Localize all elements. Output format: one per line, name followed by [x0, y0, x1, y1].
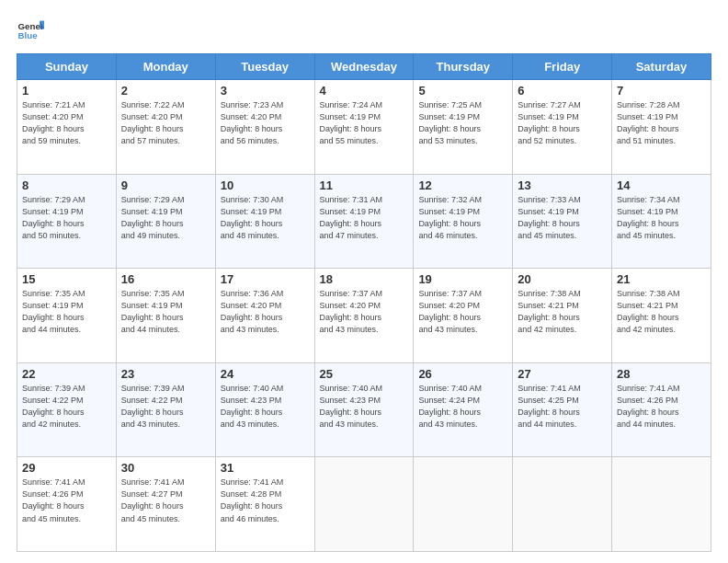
day-number: 18	[320, 272, 409, 286]
calendar-cell: 6Sunrise: 7:27 AM Sunset: 4:19 PM Daylig…	[513, 80, 612, 175]
day-info: Sunrise: 7:39 AM Sunset: 4:22 PM Dayligh…	[22, 383, 111, 431]
calendar-cell: 29Sunrise: 7:41 AM Sunset: 4:26 PM Dayli…	[17, 457, 117, 552]
day-number: 24	[221, 367, 310, 381]
day-number: 22	[22, 367, 111, 381]
day-number: 15	[22, 272, 111, 286]
day-info: Sunrise: 7:34 AM Sunset: 4:19 PM Dayligh…	[617, 194, 706, 242]
day-info: Sunrise: 7:28 AM Sunset: 4:19 PM Dayligh…	[617, 99, 706, 147]
day-info: Sunrise: 7:41 AM Sunset: 4:28 PM Dayligh…	[221, 477, 310, 524]
day-number: 9	[121, 178, 210, 192]
calendar-cell: 9Sunrise: 7:29 AM Sunset: 4:19 PM Daylig…	[116, 174, 215, 269]
calendar-cell: 30Sunrise: 7:41 AM Sunset: 4:27 PM Dayli…	[116, 457, 215, 552]
weekday-header-monday: Monday	[116, 54, 215, 80]
svg-text:Blue: Blue	[18, 30, 39, 40]
calendar-cell	[513, 457, 612, 552]
day-number: 17	[221, 272, 310, 286]
day-info: Sunrise: 7:41 AM Sunset: 4:25 PM Dayligh…	[518, 383, 607, 431]
day-info: Sunrise: 7:41 AM Sunset: 4:26 PM Dayligh…	[22, 477, 111, 524]
day-info: Sunrise: 7:25 AM Sunset: 4:19 PM Dayligh…	[418, 99, 507, 147]
day-info: Sunrise: 7:37 AM Sunset: 4:20 PM Dayligh…	[418, 288, 507, 336]
day-number: 5	[418, 84, 507, 98]
day-number: 3	[221, 84, 310, 98]
calendar-cell: 18Sunrise: 7:37 AM Sunset: 4:20 PM Dayli…	[314, 269, 414, 363]
calendar-cell: 12Sunrise: 7:32 AM Sunset: 4:19 PM Dayli…	[414, 174, 513, 269]
calendar-cell: 28Sunrise: 7:41 AM Sunset: 4:26 PM Dayli…	[612, 362, 711, 457]
day-number: 13	[518, 178, 607, 192]
day-info: Sunrise: 7:35 AM Sunset: 4:19 PM Dayligh…	[121, 288, 210, 336]
day-number: 19	[418, 272, 507, 286]
day-info: Sunrise: 7:39 AM Sunset: 4:22 PM Dayligh…	[121, 383, 210, 431]
calendar-cell: 21Sunrise: 7:38 AM Sunset: 4:21 PM Dayli…	[612, 269, 711, 363]
day-number: 2	[121, 84, 210, 98]
weekday-header-wednesday: Wednesday	[314, 54, 414, 80]
weekday-header-tuesday: Tuesday	[215, 54, 314, 80]
day-number: 8	[22, 178, 111, 192]
day-number: 4	[320, 84, 409, 98]
day-number: 11	[320, 178, 409, 192]
calendar-cell: 3Sunrise: 7:23 AM Sunset: 4:20 PM Daylig…	[215, 80, 314, 175]
day-info: Sunrise: 7:40 AM Sunset: 4:24 PM Dayligh…	[418, 383, 507, 431]
day-info: Sunrise: 7:38 AM Sunset: 4:21 PM Dayligh…	[617, 288, 706, 336]
weekday-header-friday: Friday	[513, 54, 612, 80]
day-info: Sunrise: 7:40 AM Sunset: 4:23 PM Dayligh…	[320, 383, 409, 431]
day-number: 27	[518, 367, 607, 381]
day-number: 1	[22, 84, 111, 98]
day-info: Sunrise: 7:32 AM Sunset: 4:19 PM Dayligh…	[418, 194, 507, 242]
day-number: 21	[617, 272, 706, 286]
day-info: Sunrise: 7:29 AM Sunset: 4:19 PM Dayligh…	[121, 194, 210, 242]
calendar-cell: 1Sunrise: 7:21 AM Sunset: 4:20 PM Daylig…	[17, 80, 117, 175]
calendar-cell	[612, 457, 711, 552]
calendar-cell: 20Sunrise: 7:38 AM Sunset: 4:21 PM Dayli…	[513, 269, 612, 363]
day-info: Sunrise: 7:36 AM Sunset: 4:20 PM Dayligh…	[221, 288, 310, 336]
day-info: Sunrise: 7:37 AM Sunset: 4:20 PM Dayligh…	[320, 288, 409, 336]
calendar-cell: 4Sunrise: 7:24 AM Sunset: 4:19 PM Daylig…	[314, 80, 414, 175]
day-info: Sunrise: 7:27 AM Sunset: 4:19 PM Dayligh…	[518, 99, 607, 147]
calendar-cell: 27Sunrise: 7:41 AM Sunset: 4:25 PM Dayli…	[513, 362, 612, 457]
calendar-cell: 7Sunrise: 7:28 AM Sunset: 4:19 PM Daylig…	[612, 80, 711, 175]
day-info: Sunrise: 7:38 AM Sunset: 4:21 PM Dayligh…	[518, 288, 607, 336]
day-info: Sunrise: 7:22 AM Sunset: 4:20 PM Dayligh…	[121, 99, 210, 147]
day-number: 31	[221, 461, 310, 475]
calendar-cell: 10Sunrise: 7:30 AM Sunset: 4:19 PM Dayli…	[215, 174, 314, 269]
day-number: 16	[121, 272, 210, 286]
weekday-header-sunday: Sunday	[17, 54, 117, 80]
day-number: 25	[320, 367, 409, 381]
day-number: 6	[518, 84, 607, 98]
day-number: 30	[121, 461, 210, 475]
calendar-cell: 25Sunrise: 7:40 AM Sunset: 4:23 PM Dayli…	[314, 362, 414, 457]
calendar-cell: 11Sunrise: 7:31 AM Sunset: 4:19 PM Dayli…	[314, 174, 414, 269]
day-number: 26	[418, 367, 507, 381]
day-number: 14	[617, 178, 706, 192]
calendar-cell: 19Sunrise: 7:37 AM Sunset: 4:20 PM Dayli…	[414, 269, 513, 363]
logo-icon: General Blue	[17, 17, 44, 44]
calendar-cell: 26Sunrise: 7:40 AM Sunset: 4:24 PM Dayli…	[414, 362, 513, 457]
calendar-cell: 24Sunrise: 7:40 AM Sunset: 4:23 PM Dayli…	[215, 362, 314, 457]
day-info: Sunrise: 7:21 AM Sunset: 4:20 PM Dayligh…	[22, 99, 111, 147]
day-info: Sunrise: 7:40 AM Sunset: 4:23 PM Dayligh…	[221, 383, 310, 431]
calendar-cell	[414, 457, 513, 552]
day-info: Sunrise: 7:35 AM Sunset: 4:19 PM Dayligh…	[22, 288, 111, 336]
day-info: Sunrise: 7:31 AM Sunset: 4:19 PM Dayligh…	[320, 194, 409, 242]
day-info: Sunrise: 7:29 AM Sunset: 4:19 PM Dayligh…	[22, 194, 111, 242]
day-info: Sunrise: 7:30 AM Sunset: 4:19 PM Dayligh…	[221, 194, 310, 242]
calendar-cell: 22Sunrise: 7:39 AM Sunset: 4:22 PM Dayli…	[17, 362, 117, 457]
calendar-cell: 23Sunrise: 7:39 AM Sunset: 4:22 PM Dayli…	[116, 362, 215, 457]
day-number: 20	[518, 272, 607, 286]
day-info: Sunrise: 7:23 AM Sunset: 4:20 PM Dayligh…	[221, 99, 310, 147]
calendar-table: SundayMondayTuesdayWednesdayThursdayFrid…	[17, 53, 711, 552]
calendar-cell: 16Sunrise: 7:35 AM Sunset: 4:19 PM Dayli…	[116, 269, 215, 363]
calendar-cell: 15Sunrise: 7:35 AM Sunset: 4:19 PM Dayli…	[17, 269, 117, 363]
day-number: 29	[22, 461, 111, 475]
day-info: Sunrise: 7:24 AM Sunset: 4:19 PM Dayligh…	[320, 99, 409, 147]
calendar-cell: 17Sunrise: 7:36 AM Sunset: 4:20 PM Dayli…	[215, 269, 314, 363]
calendar-cell: 14Sunrise: 7:34 AM Sunset: 4:19 PM Dayli…	[612, 174, 711, 269]
day-number: 28	[617, 367, 706, 381]
day-info: Sunrise: 7:33 AM Sunset: 4:19 PM Dayligh…	[518, 194, 607, 242]
calendar-cell: 8Sunrise: 7:29 AM Sunset: 4:19 PM Daylig…	[17, 174, 117, 269]
logo: General Blue	[17, 17, 44, 44]
day-number: 23	[121, 367, 210, 381]
calendar-cell: 13Sunrise: 7:33 AM Sunset: 4:19 PM Dayli…	[513, 174, 612, 269]
day-number: 12	[418, 178, 507, 192]
weekday-header-thursday: Thursday	[414, 54, 513, 80]
day-info: Sunrise: 7:41 AM Sunset: 4:27 PM Dayligh…	[121, 477, 210, 524]
